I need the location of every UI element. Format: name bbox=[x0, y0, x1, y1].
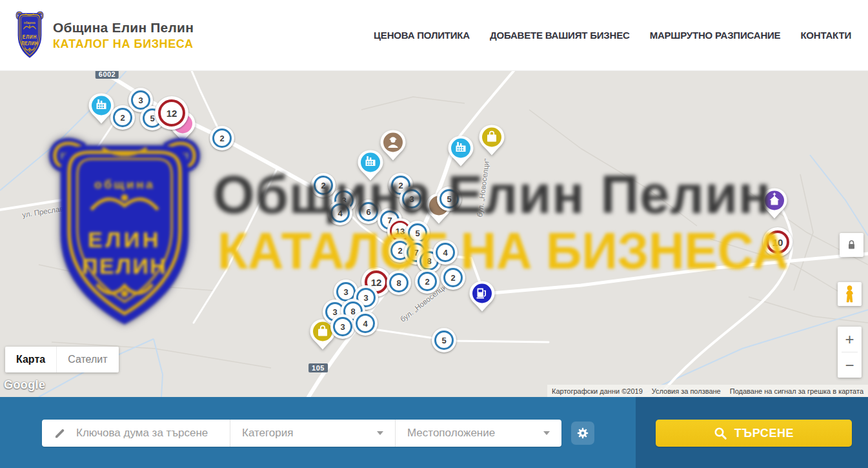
logo-text: Община Елин Пелин КАТАЛОГ НА БИЗНЕСА bbox=[53, 20, 194, 51]
cluster-count: 4 bbox=[443, 248, 447, 258]
cluster-count: 10 bbox=[772, 237, 783, 248]
cluster-count: 5 bbox=[415, 229, 419, 238]
location-dropdown-value: Местоположение bbox=[407, 427, 495, 440]
zoom-out-button[interactable]: − bbox=[838, 352, 862, 378]
cluster-count: 5 bbox=[441, 336, 446, 345]
zoom-in-button[interactable]: + bbox=[838, 327, 862, 352]
cluster-count: 2 bbox=[398, 246, 402, 256]
search-icon bbox=[714, 427, 727, 440]
lock-button[interactable] bbox=[840, 233, 863, 257]
cluster-marker[interactable]: 2 bbox=[110, 105, 135, 130]
nav-route-schedule[interactable]: МАРШРУТНО РАЗПИСАНИЕ bbox=[650, 30, 781, 41]
municipality-emblem-icon: община ЕЛИН ПЕЛИН bbox=[14, 10, 45, 61]
cluster-count: 2 bbox=[398, 181, 403, 190]
cluster-marker[interactable]: 2 bbox=[210, 126, 234, 150]
category-pin-factory[interactable] bbox=[447, 135, 475, 172]
cluster-marker[interactable]: 12 bbox=[155, 96, 188, 130]
keyword-section bbox=[42, 420, 230, 447]
cluster-count: 8 bbox=[396, 278, 401, 288]
cluster-marker[interactable]: 5 bbox=[432, 328, 456, 352]
lock-icon bbox=[847, 239, 856, 250]
cluster-count: 4 bbox=[338, 209, 342, 218]
zoom-control: + − bbox=[838, 327, 862, 378]
cluster-count: 2 bbox=[425, 277, 429, 287]
cluster-marker[interactable]: 3 bbox=[399, 187, 424, 211]
cluster-count: 3 bbox=[409, 194, 414, 204]
cluster-count: 4 bbox=[363, 319, 367, 329]
cluster-count: 2 bbox=[120, 113, 125, 123]
map-type-control: Карта Сателит bbox=[5, 347, 119, 372]
category-pin-bag[interactable] bbox=[478, 124, 506, 161]
cluster-count: 13 bbox=[396, 227, 405, 236]
map-attribution: Картографски данни ©2019 Условия за полз… bbox=[547, 385, 868, 397]
category-pin-church[interactable] bbox=[760, 187, 789, 224]
search-input-group: Категория Местоположение bbox=[42, 420, 561, 447]
category-dropdown-value: Категория bbox=[242, 427, 293, 440]
nav-add-business[interactable]: ДОБАВЕТЕ ВАШИЯТ БИЗНЕС bbox=[490, 30, 630, 41]
category-pin-factory[interactable] bbox=[356, 149, 385, 186]
category-dropdown[interactable]: Категория bbox=[230, 420, 396, 447]
cluster-marker[interactable]: 3 bbox=[330, 314, 355, 339]
cluster-count: 5 bbox=[447, 194, 451, 204]
map-type-map-button[interactable]: Карта bbox=[5, 347, 56, 372]
chevron-down-icon bbox=[543, 431, 550, 435]
cluster-marker[interactable]: 4 bbox=[353, 311, 378, 336]
pegman-button[interactable] bbox=[838, 282, 862, 306]
cluster-count: 6 bbox=[366, 207, 370, 217]
cluster-marker[interactable]: 4 bbox=[433, 240, 458, 265]
search-button[interactable]: ТЪРСЕНЕ bbox=[656, 420, 852, 447]
page: община ЕЛИН ПЕЛИН Община Елин Пелин КАТА… bbox=[0, 0, 868, 468]
keyword-search-input[interactable] bbox=[75, 426, 230, 440]
cluster-count: 3 bbox=[343, 287, 348, 297]
pencil-icon bbox=[54, 427, 66, 440]
main-nav: ЦЕНОВА ПОЛИТИКА ДОБАВЕТЕ ВАШИЯТ БИЗНЕС М… bbox=[374, 30, 851, 41]
attribution-report-link[interactable]: Подаване на сигнал за грешка в картата bbox=[725, 387, 868, 395]
cluster-marker[interactable]: 2 bbox=[441, 265, 465, 290]
map-canvas[interactable]: ул. Преславбул. „Новоселци“бул. „Новосел… bbox=[0, 71, 868, 397]
cluster-count: 3 bbox=[340, 322, 345, 332]
svg-text:ЕЛИН: ЕЛИН bbox=[23, 33, 37, 39]
search-button-label: ТЪРСЕНЕ bbox=[734, 427, 794, 440]
nav-pricing-policy[interactable]: ЦЕНОВА ПОЛИТИКА bbox=[374, 30, 470, 41]
cluster-count: 5 bbox=[150, 114, 154, 123]
cluster-marker[interactable]: 8 bbox=[387, 270, 411, 295]
cluster-count: 8 bbox=[427, 256, 431, 266]
cluster-marker[interactable]: 5 bbox=[437, 187, 461, 211]
map-type-satellite-button[interactable]: Сателит bbox=[56, 347, 118, 372]
pegman-icon bbox=[843, 285, 856, 303]
cluster-marker[interactable]: 4 bbox=[328, 201, 352, 225]
header: община ЕЛИН ПЕЛИН Община Елин Пелин КАТА… bbox=[0, 0, 868, 71]
cluster-count: 12 bbox=[167, 108, 177, 119]
cluster-count: 12 bbox=[371, 277, 382, 288]
site-title: Община Елин Пелин bbox=[53, 20, 194, 36]
search-settings-button[interactable] bbox=[571, 422, 594, 445]
cluster-marker[interactable]: 2 bbox=[415, 269, 439, 294]
nav-contacts[interactable]: КОНТАКТИ bbox=[800, 30, 851, 41]
cluster-count: 3 bbox=[138, 96, 143, 105]
cluster-count: 8 bbox=[350, 307, 355, 316]
google-logo[interactable]: Google bbox=[4, 378, 45, 392]
cluster-marker[interactable]: 10 bbox=[763, 227, 792, 257]
cluster-count: 2 bbox=[219, 134, 224, 143]
markers-layer: 3 2 5 12 2 2 2 3 3 5 4 6 7 13 5 2 7 8 4 … bbox=[0, 71, 868, 397]
cluster-count: 3 bbox=[363, 293, 368, 303]
site-subtitle: КАТАЛОГ НА БИЗНЕСА bbox=[53, 37, 194, 51]
search-bar: Категория Местоположение bbox=[0, 397, 868, 468]
chevron-down-icon bbox=[377, 431, 383, 435]
svg-text:община: община bbox=[24, 20, 35, 25]
category-pin-fuel[interactable] bbox=[468, 280, 496, 317]
cluster-count: 2 bbox=[321, 181, 325, 190]
attribution-copyright: Картографски данни ©2019 bbox=[547, 387, 647, 395]
location-dropdown[interactable]: Местоположение bbox=[396, 420, 561, 447]
attribution-terms-link[interactable]: Условия за ползване bbox=[647, 387, 725, 395]
site-logo[interactable]: община ЕЛИН ПЕЛИН Община Елин Пелин КАТА… bbox=[14, 10, 194, 61]
cluster-marker[interactable]: 2 bbox=[311, 173, 336, 198]
cluster-count: 2 bbox=[450, 273, 455, 283]
svg-text:ПЕЛИН: ПЕЛИН bbox=[21, 40, 38, 46]
gear-icon bbox=[576, 426, 590, 440]
